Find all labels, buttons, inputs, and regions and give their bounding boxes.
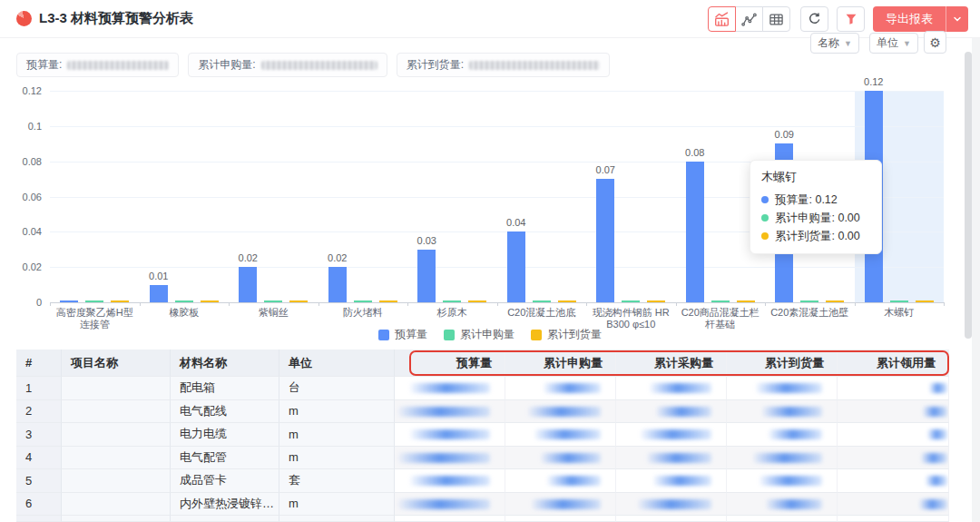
bar-累计申购量[interactable] — [175, 300, 193, 302]
cell-partial — [279, 516, 395, 522]
bar-累计到货量[interactable] — [468, 300, 486, 302]
bar-累计申购量[interactable] — [711, 300, 730, 302]
tooltip-row: 累计到货量: 0.00 — [761, 227, 868, 245]
cell-index: 5 — [16, 469, 62, 493]
bar-预算量[interactable] — [239, 267, 257, 302]
view-area-chart-button[interactable] — [708, 6, 736, 32]
cell-index: 2 — [16, 400, 62, 424]
redacted-value — [769, 429, 822, 439]
bar-累计申购量[interactable] — [264, 300, 282, 302]
bar-预算量[interactable] — [596, 179, 614, 302]
legend-label: 累计到货量 — [547, 327, 602, 342]
bar-累计申购量[interactable] — [85, 300, 103, 302]
bar-预算量[interactable] — [417, 250, 436, 302]
table-row[interactable]: 4电气配管m — [16, 447, 949, 470]
bar-累计到货量[interactable] — [379, 300, 397, 302]
cell-partial — [395, 516, 505, 522]
y-axis-tick-label: 0.04 — [0, 226, 42, 237]
chart-legend: 预算量累计申购量累计到货量 — [0, 327, 980, 342]
column-header-9[interactable]: 累计领用量 — [838, 350, 949, 377]
cell-unit: 套 — [279, 469, 395, 493]
cell-partial — [62, 516, 171, 522]
table-row[interactable]: 6内外壁热浸镀锌…m — [16, 493, 949, 517]
scrollbar-thumb[interactable] — [965, 52, 972, 339]
axis-tick — [855, 302, 856, 306]
tooltip-title: 木螺钉 — [761, 169, 868, 185]
x-axis-category-label[interactable]: 紫铜丝 — [232, 307, 315, 319]
tooltip-row-text: 预算量: 0.12 — [775, 191, 838, 209]
bar-累计申购量[interactable] — [800, 300, 818, 302]
redacted-value — [656, 407, 711, 417]
bar-value-label: 0.02 — [230, 252, 266, 263]
bar-预算量[interactable] — [507, 231, 525, 302]
scrollbar-track[interactable] — [972, 38, 980, 522]
cell-numeric-redacted — [505, 469, 616, 493]
column-header-6[interactable]: 累计申购量 — [505, 350, 616, 377]
x-axis-category-label[interactable]: C20素混凝土池壁 — [769, 307, 851, 319]
legend-item[interactable]: 累计申购量 — [444, 327, 514, 342]
bar-value-label: 0.03 — [408, 235, 445, 246]
column-header-5[interactable]: 预算量 — [395, 350, 505, 377]
tooltip-row-text: 累计到货量: 0.00 — [775, 227, 860, 245]
bar-累计到货量[interactable] — [737, 300, 755, 302]
bar-累计到货量[interactable] — [558, 300, 576, 302]
axis-tick — [586, 302, 587, 306]
y-axis-tick-label: 0 — [0, 297, 42, 308]
column-header-2[interactable]: 项目名称 — [62, 350, 171, 377]
bar-累计申购量[interactable] — [443, 300, 461, 302]
axis-tick — [407, 302, 408, 306]
x-axis-category-label[interactable]: C20混凝土池底 — [501, 307, 583, 319]
bar-累计到货量[interactable] — [916, 300, 934, 302]
legend-item[interactable]: 累计到货量 — [531, 327, 602, 342]
bar-累计申购量[interactable] — [622, 300, 640, 302]
column-header-1[interactable]: # — [16, 350, 62, 377]
legend-item[interactable]: 预算量 — [378, 327, 427, 342]
bar-累计申购量[interactable] — [354, 300, 372, 302]
cell-project — [62, 400, 171, 424]
bar-预算量[interactable] — [686, 162, 704, 302]
bar-预算量[interactable] — [328, 267, 347, 302]
cell-unit: m — [279, 400, 395, 424]
redacted-value — [923, 407, 947, 417]
axis-tick — [944, 302, 945, 306]
bar-累计到货量[interactable] — [111, 300, 129, 302]
bar-累计到货量[interactable] — [289, 300, 308, 302]
x-axis-category-label[interactable]: 杉原木 — [411, 307, 494, 319]
redacted-value — [528, 407, 601, 417]
cell-numeric-redacted — [616, 447, 727, 470]
bar-预算量[interactable] — [150, 285, 168, 302]
cell-index: 1 — [16, 377, 62, 400]
x-axis-category-label[interactable]: 防火堵料 — [322, 307, 405, 319]
cell-numeric-redacted — [505, 377, 616, 400]
cell-numeric-redacted — [616, 400, 727, 424]
cell-numeric-redacted — [395, 400, 505, 424]
bar-累计到货量[interactable] — [826, 300, 844, 302]
cell-numeric-redacted — [505, 493, 616, 517]
bar-累计到货量[interactable] — [201, 300, 219, 302]
cell-numeric-redacted — [505, 423, 616, 447]
x-axis-category-label[interactable]: 木螺钉 — [858, 307, 941, 319]
bar-预算量[interactable] — [60, 300, 78, 302]
bar-累计到货量[interactable] — [647, 300, 665, 302]
redacted-value — [398, 453, 490, 463]
redacted-value — [410, 429, 490, 439]
column-header-7[interactable]: 累计采购量 — [616, 350, 727, 377]
table-row[interactable]: 2电气配线m — [16, 400, 949, 424]
table-row[interactable]: 1配电箱台 — [16, 377, 949, 400]
cell-numeric-redacted — [616, 377, 727, 400]
x-axis-category-label[interactable]: 橡胶板 — [143, 307, 226, 319]
bar-累计申购量[interactable] — [533, 300, 551, 302]
column-header-4[interactable]: 单位 — [279, 350, 395, 377]
cell-partial — [616, 516, 727, 522]
cell-numeric-redacted — [616, 469, 727, 493]
bar-累计申购量[interactable] — [890, 300, 908, 302]
cell-numeric-redacted — [838, 377, 949, 400]
table-row[interactable]: 3电力电缆m — [16, 423, 949, 447]
column-header-3[interactable]: 材料名称 — [171, 350, 279, 377]
table-row[interactable]: 5成品管卡套 — [16, 469, 949, 493]
cell-numeric-redacted — [727, 447, 838, 470]
axis-tick — [497, 302, 498, 306]
cell-index: 6 — [16, 493, 62, 517]
column-header-8[interactable]: 累计到货量 — [727, 350, 838, 377]
redacted-value — [653, 476, 711, 486]
